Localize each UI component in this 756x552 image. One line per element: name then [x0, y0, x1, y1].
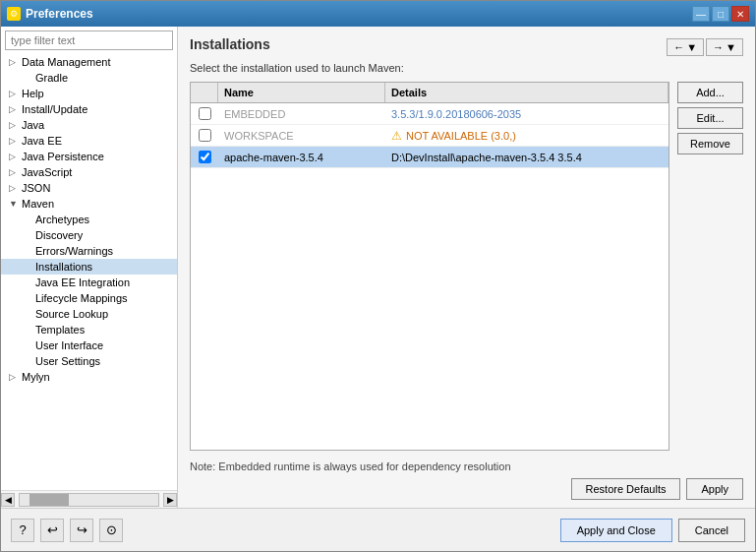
table-row[interactable]: WORKSPACE ⚠ NOT AVAILABLE (3.0,): [191, 125, 669, 147]
forward-button[interactable]: → ▼: [706, 38, 743, 56]
sidebar-item-java-ee-integration[interactable]: Java EE Integration: [1, 275, 177, 290]
row-checkbox-embedded[interactable]: [191, 104, 218, 123]
forward-nav-button[interactable]: ↪: [70, 519, 93, 542]
window-icon: ⚙: [7, 7, 21, 21]
sidebar-item-discovery[interactable]: Discovery: [1, 227, 177, 243]
row-checkbox-apache[interactable]: [191, 148, 218, 166]
forward-arrow-icon: →: [713, 41, 724, 53]
checkbox-embedded[interactable]: [199, 107, 211, 120]
sidebar-item-user-settings[interactable]: User Settings: [1, 353, 177, 369]
header-checkbox-col: [191, 83, 218, 102]
sidebar-item-install-update[interactable]: ▷Install/Update: [1, 101, 177, 117]
bottom-buttons-row: Restore Defaults Apply: [190, 478, 743, 500]
minimize-button[interactable]: —: [692, 6, 710, 22]
title-buttons: — □ ✕: [692, 6, 749, 22]
apply-and-close-button[interactable]: Apply and Close: [560, 519, 672, 542]
horizontal-scrollbar[interactable]: [19, 493, 159, 507]
panel-title: Installations: [190, 36, 270, 52]
table-and-buttons: Name Details EMBEDDED 3.5.3/1.9.0.201806…: [190, 82, 743, 451]
sidebar-item-mylyn[interactable]: ▷Mylyn: [1, 369, 177, 385]
horizontal-scrollbar-area: ◀ ▶: [1, 490, 177, 508]
preferences-icon-button[interactable]: ⊙: [99, 519, 123, 542]
sidebar-item-lifecycle-mappings[interactable]: Lifecycle Mappings: [1, 290, 177, 306]
cancel-button[interactable]: Cancel: [678, 519, 745, 542]
restore-defaults-button[interactable]: Restore Defaults: [571, 478, 681, 500]
sidebar-item-maven[interactable]: ▼Maven: [1, 196, 177, 212]
sidebar-item-user-interface[interactable]: User Interface: [1, 337, 177, 353]
back-arrow-icon: ←: [673, 41, 684, 53]
maximize-button[interactable]: □: [712, 6, 729, 22]
sidebar-item-templates[interactable]: Templates: [1, 322, 177, 337]
window-footer: ? ↩ ↪ ⊙ Apply and Close Cancel: [1, 508, 755, 551]
scroll-right-button[interactable]: ▶: [163, 493, 177, 507]
checkbox-apache[interactable]: [199, 151, 211, 163]
row-checkbox-workspace[interactable]: [191, 126, 218, 145]
sidebar-item-source-lookup[interactable]: Source Lookup: [1, 306, 177, 322]
not-available-text: NOT AVAILABLE (3.0,): [406, 130, 516, 142]
edit-button[interactable]: Edit...: [677, 107, 743, 129]
row-name-workspace: WORKSPACE: [218, 127, 385, 145]
panel-description: Select the installation used to launch M…: [190, 62, 743, 74]
preferences-window: ⚙ Preferences — □ ✕ ▷Data Management Gra…: [0, 0, 756, 552]
sidebar-item-json[interactable]: ▷JSON: [1, 180, 177, 196]
header-details-col: Details: [385, 83, 669, 102]
row-details-apache: D:\DevInstall\apache-maven-3.5.4 3.5.4: [385, 149, 669, 166]
sidebar-item-java[interactable]: ▷Java: [1, 117, 177, 133]
scroll-left-button[interactable]: ◀: [1, 493, 15, 507]
checkbox-workspace[interactable]: [199, 129, 211, 142]
sidebar-item-archetypes[interactable]: Archetypes: [1, 212, 177, 227]
back-nav-button[interactable]: ↩: [40, 519, 64, 542]
sidebar-item-gradle[interactable]: Gradle: [1, 70, 177, 86]
table-row[interactable]: apache-maven-3.5.4 D:\DevInstall\apache-…: [191, 147, 669, 168]
table-row[interactable]: EMBEDDED 3.5.3/1.9.0.20180606-2035: [191, 103, 669, 125]
sidebar-item-data-management[interactable]: ▷Data Management: [1, 54, 177, 70]
sidebar-item-errors-warnings[interactable]: Errors/Warnings: [1, 243, 177, 259]
footer-left: ? ↩ ↪ ⊙: [11, 519, 123, 542]
left-panel: ▷Data Management Gradle ▷Help ▷Install/U…: [1, 27, 178, 508]
apply-button[interactable]: Apply: [686, 478, 743, 500]
note-text: Note: Embedded runtime is always used fo…: [190, 457, 743, 472]
sidebar-item-installations[interactable]: Installations: [1, 259, 177, 275]
footer-right: Apply and Close Cancel: [560, 519, 745, 542]
side-buttons: Add... Edit... Remove: [677, 82, 743, 451]
window-title: Preferences: [26, 7, 93, 21]
warning-icon: ⚠: [391, 129, 402, 143]
sidebar-item-java-ee[interactable]: ▷Java EE: [1, 133, 177, 149]
title-bar-left: ⚙ Preferences: [7, 7, 93, 21]
right-panel: Installations ← ▼ → ▼ Select the install…: [178, 27, 755, 508]
back-button[interactable]: ← ▼: [667, 38, 704, 56]
filter-input[interactable]: [5, 31, 173, 50]
add-button[interactable]: Add...: [677, 82, 743, 103]
row-details-workspace: ⚠ NOT AVAILABLE (3.0,): [385, 126, 669, 146]
main-content: ▷Data Management Gradle ▷Help ▷Install/U…: [1, 27, 755, 508]
installations-table: Name Details EMBEDDED 3.5.3/1.9.0.201806…: [190, 82, 669, 451]
tree-area: ▷Data Management Gradle ▷Help ▷Install/U…: [1, 54, 177, 490]
sidebar-item-java-persistence[interactable]: ▷Java Persistence: [1, 149, 177, 164]
help-icon-button[interactable]: ?: [11, 519, 34, 542]
toolbar-dropdown-fwd[interactable]: ▼: [726, 41, 736, 53]
sidebar-item-help[interactable]: ▷Help: [1, 86, 177, 101]
row-details-embedded: 3.5.3/1.9.0.20180606-2035: [385, 105, 669, 123]
row-name-apache: apache-maven-3.5.4: [218, 149, 385, 166]
remove-button[interactable]: Remove: [677, 133, 743, 154]
title-bar: ⚙ Preferences — □ ✕: [1, 1, 755, 27]
sidebar-item-javascript[interactable]: ▷JavaScript: [1, 164, 177, 180]
header-name-col: Name: [218, 83, 385, 102]
row-name-embedded: EMBEDDED: [218, 105, 385, 123]
close-button[interactable]: ✕: [731, 6, 749, 22]
table-header: Name Details: [191, 83, 669, 103]
table-body: EMBEDDED 3.5.3/1.9.0.20180606-2035 WORKS…: [191, 103, 669, 450]
scrollbar-thumb: [29, 494, 69, 506]
panel-toolbar: ← ▼ → ▼: [667, 38, 743, 56]
toolbar-dropdown-back[interactable]: ▼: [686, 41, 697, 53]
